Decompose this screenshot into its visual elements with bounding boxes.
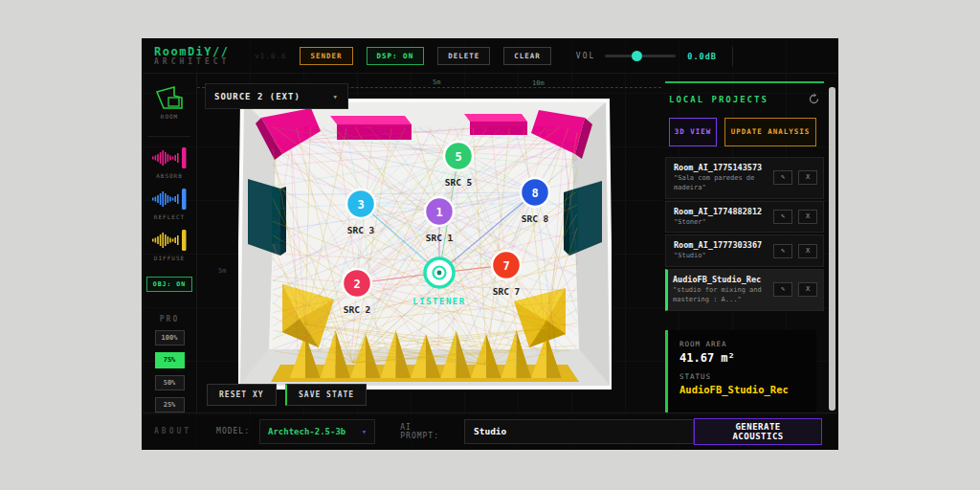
volume-slider[interactable] xyxy=(605,55,676,57)
model-dropdown[interactable]: Archtech-2.5-3b ▾ xyxy=(259,419,375,444)
zoom-25-button[interactable]: 25% xyxy=(155,397,185,412)
volume-slider-thumb[interactable] xyxy=(632,51,642,61)
svg-text:2: 2 xyxy=(353,278,360,291)
ai-prompt-label: AI PROMPT: xyxy=(400,423,455,440)
sidebar-separator xyxy=(148,136,190,137)
svg-text:3: 3 xyxy=(357,198,364,212)
sidebar-item-room[interactable]: ROOM xyxy=(154,85,185,120)
zoom-50-button[interactable]: 50% xyxy=(155,375,185,390)
sidebar-item-label: ROOM xyxy=(161,113,178,120)
ruler-label-10m: 10m xyxy=(532,79,545,87)
svg-text:SRC 1: SRC 1 xyxy=(426,233,454,243)
sidebar-item-absorb[interactable]: ABSORB xyxy=(150,145,189,179)
room-info-box: ROOM AREA 41.67 m² STATUS AudioFB_Studio… xyxy=(665,330,816,412)
room-canvas[interactable]: 5m 10m 5m SOURCE 2 (EXT) ▾ 5SRC 53SRC 31… xyxy=(197,74,661,414)
source-node-8[interactable]: 8SRC 8 xyxy=(521,178,549,224)
project-desc: "studio for mixing and mastering : A..." xyxy=(673,286,769,305)
project-item-4-selected[interactable]: AudioFB_Studio_Rec "studio for mixing an… xyxy=(665,269,824,311)
project-name: Room_AI_1775143573 xyxy=(674,163,769,172)
sidebar-item-reflect[interactable]: REFLECT xyxy=(150,187,189,220)
3d-view-button[interactable]: 3D VIEW xyxy=(669,118,717,146)
svg-text:SRC 3: SRC 3 xyxy=(347,225,375,235)
sidebar-item-label: REFLECT xyxy=(154,213,185,220)
app-title: RoomDiY// xyxy=(154,46,230,58)
project-delete-button[interactable]: X xyxy=(798,282,817,297)
delete-button[interactable]: DELETE xyxy=(437,47,490,65)
pro-label: PRO xyxy=(160,315,179,323)
about-link[interactable]: ABOUT xyxy=(154,427,191,435)
status-label: STATUS xyxy=(679,372,816,381)
volume-value: 0.0dB xyxy=(687,52,717,61)
volume-control: VOL 0.0dB xyxy=(576,52,717,61)
sidebar-item-diffuse[interactable]: DIFFUSE xyxy=(150,228,189,261)
chevron-down-icon: ▾ xyxy=(333,92,339,101)
projects-panel: LOCAL PROJECTS 3D VIEW UPDATE ANALYSIS R… xyxy=(661,74,826,414)
reflect-waveform-icon xyxy=(150,187,189,212)
svg-text:1: 1 xyxy=(435,206,442,219)
project-item-1[interactable]: Room_AI_1775143573 "Sala com paredes de … xyxy=(665,157,824,199)
project-delete-button[interactable]: X xyxy=(798,210,817,224)
reset-xy-button[interactable]: RESET XY xyxy=(207,384,277,406)
room-icon xyxy=(154,85,185,111)
room-3d-view[interactable]: 5SRC 53SRC 31SRC 18SRC 87SRC 72SRC 2LIST… xyxy=(238,95,612,391)
app-subtitle: ARCHITECT xyxy=(154,58,230,66)
project-desc: "Studio" xyxy=(674,252,769,261)
project-edit-button[interactable]: ✎ xyxy=(773,244,792,258)
svg-text:SRC 8: SRC 8 xyxy=(522,213,549,224)
ai-prompt-input[interactable] xyxy=(464,419,694,444)
diffuse-waveform-icon xyxy=(150,228,189,253)
project-edit-button[interactable]: ✎ xyxy=(773,170,792,185)
source-node-2[interactable]: 2SRC 2 xyxy=(343,269,371,315)
project-name: AudioFB_Studio_Rec xyxy=(673,275,769,284)
status-value: AudioFB_Studio_Rec xyxy=(679,384,816,395)
svg-text:8: 8 xyxy=(531,187,538,200)
room-area-value: 41.67 m² xyxy=(679,351,816,365)
panel-scrollbar[interactable] xyxy=(829,87,835,411)
svg-text:SRC 7: SRC 7 xyxy=(493,286,521,297)
source-node-3[interactable]: 3SRC 3 xyxy=(346,189,375,235)
source-selector-dropdown[interactable]: SOURCE 2 (EXT) ▾ xyxy=(205,83,348,109)
ruler-label-5m: 5m xyxy=(433,78,440,86)
zoom-75-button[interactable]: 75% xyxy=(155,352,185,368)
clear-button[interactable]: CLEAR xyxy=(503,47,551,65)
model-label: MODEL: xyxy=(216,427,250,435)
project-delete-button[interactable]: X xyxy=(798,244,817,258)
project-desc: "Stoner" xyxy=(674,218,769,228)
save-state-button[interactable]: SAVE STATE xyxy=(285,384,367,406)
tool-sidebar: ROOM ABSORB REFLECT DIFFUSE OBJ: ON PRO … xyxy=(143,74,197,412)
update-analysis-button[interactable]: UPDATE ANALYSIS xyxy=(724,118,816,146)
sender-button[interactable]: SENDER xyxy=(300,47,352,65)
app-logo: RoomDiY// ARCHITECT xyxy=(154,46,230,66)
project-list: Room_AI_1775143573 "Sala com paredes de … xyxy=(665,157,824,313)
refresh-icon[interactable] xyxy=(808,93,820,105)
project-desc: "Sala com paredes de madeira" xyxy=(674,174,769,193)
sidebar-item-label: ABSORB xyxy=(156,172,183,179)
obj-toggle-button[interactable]: OBJ: ON xyxy=(146,277,192,292)
dsp-toggle-button[interactable]: DSP: ON xyxy=(367,47,425,65)
project-item-3[interactable]: Room_AI_1777303367 "Studio" ✎ X xyxy=(665,234,824,267)
project-delete-button[interactable]: X xyxy=(798,170,817,185)
top-bar: RoomDiY// ARCHITECT v1.0.6 SENDER DSP: O… xyxy=(143,39,837,74)
svg-text:7: 7 xyxy=(502,259,509,273)
project-name: Room_AI_1777303367 xyxy=(674,240,769,250)
project-name: Room_AI_1774882812 xyxy=(674,207,769,216)
ruler-label-left-5m: 5m xyxy=(218,267,226,275)
svg-text:5: 5 xyxy=(455,150,461,164)
bottom-bar: ABOUT MODEL: Archtech-2.5-3b ▾ AI PROMPT… xyxy=(143,412,837,449)
source-node-7[interactable]: 7SRC 7 xyxy=(492,251,521,297)
volume-label: VOL xyxy=(576,52,595,60)
zoom-100-button[interactable]: 100% xyxy=(155,330,185,345)
generate-acoustics-button[interactable]: GENERATE ACOUSTICS xyxy=(694,418,822,445)
app-window: RoomDiY// ARCHITECT v1.0.6 SENDER DSP: O… xyxy=(142,38,838,450)
project-edit-button[interactable]: ✎ xyxy=(773,210,792,224)
source-node-5[interactable]: 5SRC 5 xyxy=(444,142,473,188)
room-area-label: ROOM AREA xyxy=(679,340,816,348)
panel-accent-line xyxy=(665,81,824,83)
project-edit-button[interactable]: ✎ xyxy=(773,282,792,297)
version-label: v1.0.6 xyxy=(255,52,286,60)
project-item-2[interactable]: Room_AI_1774882812 "Stoner" ✎ X xyxy=(665,201,824,234)
svg-text:LISTENER: LISTENER xyxy=(412,297,465,306)
source-node-1[interactable]: 1SRC 1 xyxy=(425,197,454,243)
absorb-waveform-icon xyxy=(150,145,189,170)
projects-title: LOCAL PROJECTS xyxy=(669,95,768,104)
